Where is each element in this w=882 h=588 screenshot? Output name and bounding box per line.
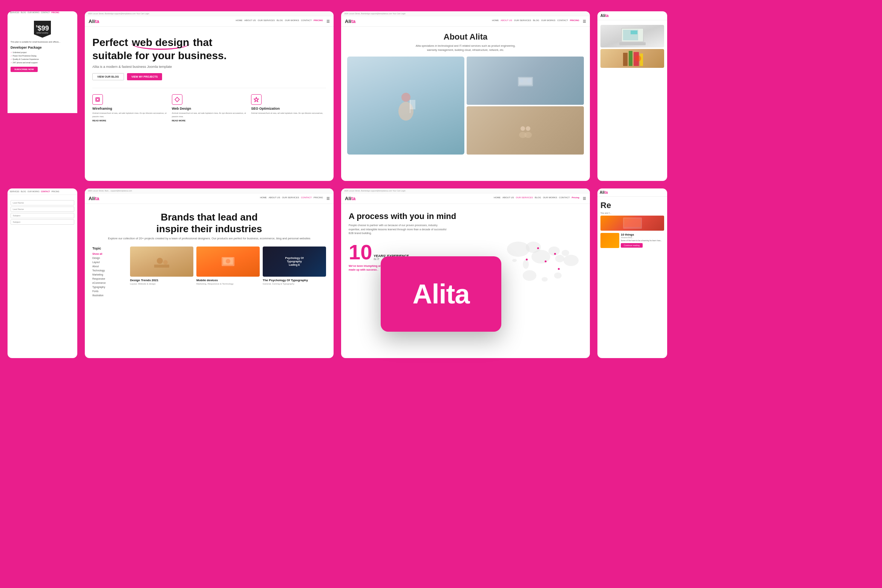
card-partial-right-bottom: Alita Re You are f... 10 things Victoria… bbox=[597, 188, 667, 358]
logo-text: Alita bbox=[89, 196, 99, 201]
blog-section: Topic Show all Design Layout About Techn… bbox=[92, 247, 326, 297]
blog-link-illustration[interactable]: Illustration bbox=[92, 293, 126, 297]
nav-pricing[interactable]: PRICING bbox=[314, 196, 323, 201]
hamburger-icon[interactable]: ☰ bbox=[583, 19, 586, 23]
view-projects-button[interactable]: VIEW MY PROJECTS bbox=[127, 73, 162, 80]
blog-link-technology[interactable]: Technology bbox=[92, 268, 126, 273]
nav-pricing[interactable]: Pricing bbox=[572, 196, 579, 201]
nav-blog[interactable]: BLOG bbox=[277, 19, 283, 23]
about-composite-images bbox=[467, 57, 584, 155]
blog-card-3-title: The Psychology Of Typography bbox=[263, 279, 326, 282]
nav-about-active[interactable]: ABOUT US bbox=[501, 19, 512, 23]
nav-about[interactable]: ABOUT US bbox=[244, 19, 256, 23]
process-desc: People choose to partner with us because… bbox=[349, 224, 447, 236]
blog-card-3-overlay-text: Psychology OfTypographyLading E bbox=[285, 257, 303, 267]
plan-name: Developer Package bbox=[11, 46, 74, 49]
svg-point-32 bbox=[507, 242, 530, 257]
nav-pricing[interactable]: PRICING bbox=[52, 190, 60, 193]
about-image-office bbox=[467, 57, 584, 105]
nav-works[interactable]: OUR WORKS bbox=[543, 196, 557, 201]
blog-card-3: Psychology OfTypographyLading E The Psyc… bbox=[263, 247, 326, 297]
blog-link-marketing[interactable]: Marketing bbox=[92, 273, 126, 277]
service-webdesign: Web Design Animal mnesarchum et sea, ad … bbox=[172, 94, 247, 122]
feature-3: Quality & Customer Experience bbox=[11, 58, 74, 61]
card4-laptop-image bbox=[600, 25, 664, 47]
view-blog-button[interactable]: VIEW OUR BLOG bbox=[92, 73, 124, 80]
contact-form: Last Name Last Name Subject Subject bbox=[11, 200, 74, 225]
wireframing-readmore[interactable]: READ MORE bbox=[92, 119, 167, 122]
svg-point-40 bbox=[512, 259, 517, 262]
nav-services[interactable]: SERVICES bbox=[10, 190, 19, 193]
form-subject-2[interactable]: Subject bbox=[11, 219, 74, 225]
nav-services[interactable]: OUR SERVICES bbox=[258, 19, 275, 23]
nav-contact[interactable]: CONTACT bbox=[557, 19, 568, 23]
form-lastname-1[interactable]: Last Name bbox=[11, 200, 74, 205]
blog-link-design[interactable]: Design bbox=[92, 256, 126, 260]
about-image-meeting bbox=[467, 106, 584, 155]
card2-nav: Alita HOME ABOUT US OUR SERVICES BLOG OU… bbox=[85, 16, 334, 27]
nav-pricing[interactable]: PRICING bbox=[314, 19, 323, 23]
card8-content: Re You are f... 10 things Victoria Boa..… bbox=[597, 197, 667, 250]
svg-point-25 bbox=[635, 55, 641, 61]
nav-blog[interactable]: BLOG bbox=[533, 19, 539, 23]
nav-pricing[interactable]: PRICING bbox=[570, 19, 579, 23]
nav-works[interactable]: OUR WORKS bbox=[541, 19, 556, 23]
blog-link-responsive[interactable]: Responsive bbox=[92, 277, 126, 281]
topbar-info: 1826 Locust Street, Bain... support@temp… bbox=[88, 190, 132, 192]
plan-description: This plan is suitable for small business… bbox=[11, 41, 74, 44]
form-lastname-2[interactable]: Last Name bbox=[11, 207, 74, 212]
nav-contact-active[interactable]: CONTACT bbox=[41, 190, 50, 193]
card7-topbar: 1826 Locust Street, Bainbridge support@t… bbox=[341, 188, 590, 193]
nav-services-active[interactable]: OUR SERVICES bbox=[516, 196, 533, 201]
card3-topbar: 1826 Locust Street, Bainbridge support@t… bbox=[341, 11, 590, 16]
nav-home[interactable]: HOME bbox=[492, 19, 499, 23]
svg-rect-22 bbox=[629, 51, 632, 66]
nav-contact[interactable]: CONTACT bbox=[559, 196, 570, 201]
svg-point-15 bbox=[524, 132, 532, 138]
card7-nav-links: HOME ABOUT US OUR SERVICES BLOG OUR WORK… bbox=[494, 196, 586, 201]
svg-marker-2 bbox=[175, 97, 179, 102]
nav-services[interactable]: OUR SERVICES bbox=[282, 196, 299, 201]
brands-title-line1: Brands that lead and bbox=[161, 211, 257, 223]
blog-card-2-title: Mobile devices bbox=[196, 279, 260, 282]
nav-blog[interactable]: BLOG bbox=[21, 190, 26, 193]
card2-content: Perfect web design thatsuitable for your… bbox=[85, 27, 334, 128]
blog-card-2-category: Marketing, Responsive & Technology bbox=[196, 283, 260, 285]
nav-home[interactable]: HOME bbox=[260, 196, 267, 201]
hamburger-icon[interactable]: ☰ bbox=[583, 196, 586, 201]
blog-link-showall[interactable]: Show all bbox=[92, 252, 126, 256]
nav-home[interactable]: HOME bbox=[494, 196, 501, 201]
map-dot-1 bbox=[537, 247, 539, 249]
nav-home[interactable]: HOME bbox=[236, 19, 242, 23]
about-image-woman bbox=[347, 57, 464, 155]
blog-link-typography[interactable]: Typography bbox=[92, 285, 126, 289]
svg-point-42 bbox=[542, 277, 548, 282]
nav-contact-active[interactable]: CONTACT bbox=[301, 196, 312, 201]
form-subject-1[interactable]: Subject bbox=[11, 213, 74, 218]
hero-buttons: VIEW OUR BLOG VIEW MY PROJECTS bbox=[92, 73, 326, 80]
blog-link-ecommerce[interactable]: eCommerce bbox=[92, 281, 126, 285]
card2-logo: Alita bbox=[89, 18, 99, 24]
service-seo: SEO Optimization Animal mnesarchum et se… bbox=[251, 94, 326, 122]
nav-works[interactable]: OUR WORKS bbox=[28, 190, 39, 193]
nav-blog[interactable]: BLOG bbox=[535, 196, 541, 201]
continue-button[interactable]: Continue reading bbox=[621, 243, 643, 248]
nav-services[interactable]: OUR SERVICES bbox=[514, 19, 531, 23]
blog-link-fonts[interactable]: Fonts bbox=[92, 289, 126, 293]
nav-about[interactable]: ABOUT US bbox=[269, 196, 280, 201]
nav-contact[interactable]: CONTACT bbox=[301, 19, 312, 23]
card-partial-right-top: Alita bbox=[597, 11, 667, 181]
world-map bbox=[496, 227, 586, 302]
hamburger-icon[interactable]: ☰ bbox=[326, 196, 330, 201]
card5-content: Last Name Last Name Subject Subject bbox=[8, 195, 77, 227]
card2-nav-links: HOME ABOUT US OUR SERVICES BLOG OUR WORK… bbox=[236, 19, 330, 23]
blog-card-2: Mobile devices Marketing, Responsive & T… bbox=[196, 247, 260, 297]
subscribe-button[interactable]: SUBSCRIBE NOW bbox=[11, 67, 38, 72]
nav-ourworks: OUR WORKS bbox=[28, 11, 39, 14]
nav-about[interactable]: ABOUT US bbox=[502, 196, 514, 201]
nav-works[interactable]: OUR WORKS bbox=[285, 19, 299, 23]
blog-link-layout[interactable]: Layout bbox=[92, 260, 126, 264]
hamburger-icon[interactable]: ☰ bbox=[326, 19, 330, 23]
blog-link-about[interactable]: About bbox=[92, 264, 126, 268]
webdesign-readmore[interactable]: READ MORE bbox=[172, 119, 247, 122]
